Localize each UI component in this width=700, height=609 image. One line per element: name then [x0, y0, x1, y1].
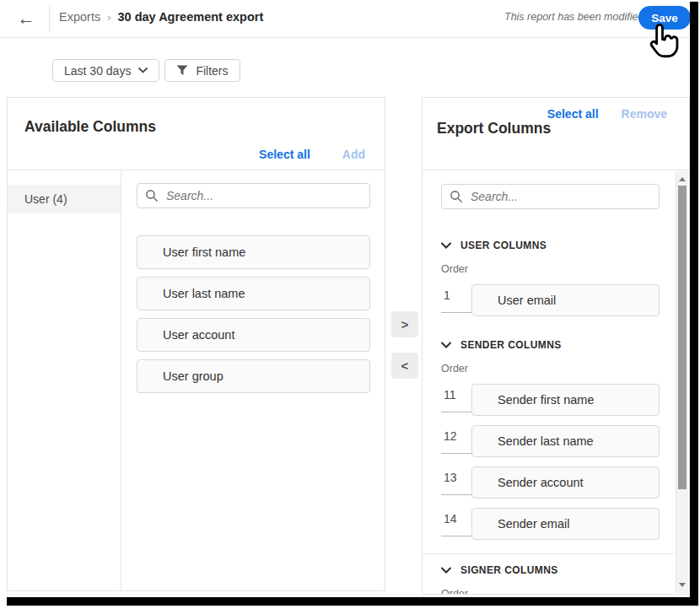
screenshot-shadow-right [690, 2, 698, 606]
filters-button[interactable]: Filters [164, 59, 240, 82]
order-input[interactable]: 12 [441, 429, 471, 454]
available-columns-title: Available Columns [24, 118, 156, 136]
section-divider [423, 553, 675, 554]
order-input[interactable]: 14 [441, 512, 471, 536]
header-divider [49, 6, 50, 32]
section-label: USER COLUMNS [460, 240, 547, 251]
export-remove-link[interactable]: Remove [622, 107, 667, 121]
export-editor-screen: ← Exports › 30 day Agreement export This… [0, 0, 700, 609]
search-icon [145, 189, 159, 202]
scrollbar-down-arrow[interactable] [679, 583, 686, 587]
back-button[interactable]: ← [13, 7, 39, 30]
scrollbar-up-arrow[interactable] [679, 177, 686, 181]
search-icon [450, 190, 463, 203]
screenshot-shadow-bottom [7, 597, 698, 606]
scrollbar-thumb[interactable] [678, 186, 687, 489]
order-input[interactable]: 11 [441, 388, 471, 412]
breadcrumb-current-report: 30 day Agreement export [118, 10, 264, 24]
export-search-input[interactable] [441, 184, 660, 209]
date-range-label: Last 30 days [64, 64, 131, 78]
export-item[interactable]: Sender first name [471, 384, 660, 416]
available-item[interactable]: User first name [137, 235, 370, 269]
export-row: 13 Sender account [441, 466, 660, 499]
section-label: SIGNER COLUMNS [460, 564, 558, 576]
section-header-sender-columns[interactable]: SENDER COLUMNS [441, 339, 660, 351]
export-item[interactable]: Sender account [471, 466, 660, 499]
available-columns-content: User first name User last name User acco… [121, 170, 385, 590]
available-search [137, 183, 370, 208]
section-header-user-columns[interactable]: USER COLUMNS [441, 240, 660, 251]
modified-status-text: This report has been modified [504, 11, 643, 23]
filters-label: Filters [196, 64, 228, 78]
export-columns-panel: Select all Remove Export Columns USER CO… [422, 97, 690, 595]
available-item[interactable]: User last name [137, 277, 370, 310]
export-item[interactable]: Sender last name [471, 425, 660, 457]
order-column-label: Order [441, 263, 660, 275]
available-add-link[interactable]: Add [342, 148, 365, 161]
date-range-dropdown[interactable]: Last 30 days [52, 59, 159, 82]
funnel-icon [176, 65, 188, 76]
export-search [441, 184, 660, 209]
category-item-user[interactable]: User (4) [8, 185, 121, 213]
filter-toolbar: Last 30 days Filters [52, 59, 240, 82]
chevron-down-icon [441, 242, 451, 249]
chevron-down-icon [138, 67, 148, 73]
top-header-bar: ← Exports › 30 day Agreement export This… [0, 0, 690, 38]
chevron-down-icon [441, 567, 451, 574]
export-item[interactable]: User email [471, 284, 660, 316]
breadcrumb-separator-icon: › [107, 11, 110, 24]
move-left-button[interactable]: < [391, 353, 418, 379]
export-row: 12 Sender last name [441, 425, 660, 457]
section-label: SENDER COLUMNS [460, 339, 562, 351]
available-actions: Select all Add [259, 148, 365, 161]
save-button[interactable]: Save [638, 6, 691, 30]
export-select-all-link[interactable]: Select all [547, 107, 599, 121]
section-header-signer-columns[interactable]: SIGNER COLUMNS [441, 564, 660, 576]
breadcrumb: Exports › 30 day Agreement export [59, 10, 263, 24]
export-scrollbar [676, 171, 688, 593]
available-search-input[interactable] [137, 183, 370, 208]
order-column-label: Order [441, 588, 660, 594]
available-select-all-link[interactable]: Select all [259, 148, 310, 161]
breadcrumb-exports[interactable]: Exports [59, 10, 100, 24]
category-sidebar: User (4) [8, 170, 121, 590]
chevron-down-icon [441, 342, 451, 348]
export-row: 1 User email [441, 284, 660, 316]
available-items-list: User first name User last name User acco… [137, 235, 370, 393]
export-item[interactable]: Sender email [471, 508, 660, 540]
export-columns-title: Export Columns [437, 120, 551, 137]
available-columns-body: User (4) User first name User last name … [8, 170, 385, 590]
export-actions: Select all Remove [547, 107, 667, 121]
order-input[interactable]: 13 [441, 471, 471, 495]
available-item[interactable]: User group [137, 359, 370, 393]
export-row: 11 Sender first name [441, 384, 660, 416]
available-columns-panel: Available Columns Select all Add User (4… [7, 97, 385, 591]
move-right-button[interactable]: > [391, 311, 418, 337]
available-item[interactable]: User account [137, 318, 370, 352]
export-columns-content: USER COLUMNS Order 1 User email SENDER C… [423, 170, 675, 594]
export-row: 14 Sender email [441, 508, 660, 540]
order-input[interactable]: 1 [441, 288, 471, 313]
order-column-label: Order [441, 363, 660, 375]
